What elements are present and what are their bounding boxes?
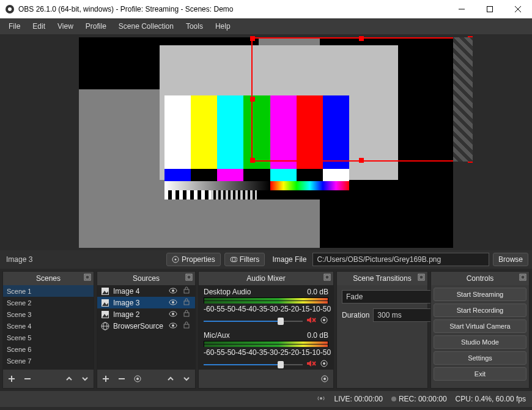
channel-settings-button[interactable] bbox=[320, 359, 328, 370]
level-meter bbox=[204, 341, 328, 347]
scene-up-button[interactable] bbox=[64, 374, 74, 384]
svg-marker-50 bbox=[307, 360, 311, 367]
scenes-list[interactable]: Scene 1Scene 2Scene 3Scene 4Scene 5Scene… bbox=[3, 285, 94, 370]
filters-label: Filters bbox=[240, 255, 260, 264]
image-icon bbox=[101, 310, 109, 319]
scene-down-button[interactable] bbox=[80, 374, 90, 384]
transitions-title: Scene Transitions bbox=[353, 274, 411, 283]
visibility-toggle[interactable] bbox=[168, 310, 178, 319]
add-source-button[interactable] bbox=[101, 374, 111, 384]
control-start-streaming-button[interactable]: Start Streaming bbox=[434, 288, 526, 301]
add-scene-button[interactable] bbox=[7, 374, 17, 384]
source-up-button[interactable] bbox=[166, 374, 175, 384]
minimize-button[interactable] bbox=[448, 0, 476, 18]
source-name: BrowserSource bbox=[113, 322, 164, 330]
source-name: Image 3 bbox=[113, 299, 164, 307]
lock-toggle[interactable] bbox=[182, 310, 191, 319]
channel-level: 0.0 dB bbox=[307, 288, 328, 296]
control-settings-button[interactable]: Settings bbox=[434, 351, 526, 365]
lock-toggle[interactable] bbox=[182, 321, 191, 330]
visibility-toggle[interactable] bbox=[168, 287, 178, 296]
scene-item[interactable]: Scene 2 bbox=[3, 297, 94, 308]
undock-icon[interactable] bbox=[84, 274, 91, 281]
gear-icon bbox=[133, 375, 142, 383]
sources-list[interactable]: Image 4Image 3Image 2BrowserSource bbox=[97, 285, 195, 370]
control-start-recording-button[interactable]: Start Recording bbox=[434, 304, 526, 317]
image-file-input[interactable] bbox=[312, 253, 489, 266]
globe-icon bbox=[101, 322, 109, 330]
mixer-channel: Mic/Aux0.0 dB-60-55-50-45-40-35-30-25-20… bbox=[199, 329, 333, 370]
visibility-toggle[interactable] bbox=[168, 299, 178, 307]
controls-header: Controls bbox=[431, 272, 529, 285]
undock-icon[interactable] bbox=[185, 274, 193, 281]
menu-view[interactable]: View bbox=[51, 20, 79, 33]
control-studio-mode-button[interactable]: Studio Mode bbox=[434, 335, 526, 349]
menu-help[interactable]: Help bbox=[209, 20, 237, 33]
mixer-panel: Audio Mixer Desktop Audio0.0 dB-60-55-50… bbox=[198, 271, 334, 389]
menu-profile[interactable]: Profile bbox=[79, 20, 113, 33]
selection-outline[interactable] bbox=[251, 37, 471, 162]
status-bar: LIVE: 00:00:00 REC: 00:00:00 CPU: 0.4%, … bbox=[0, 391, 532, 407]
lock-toggle[interactable] bbox=[182, 298, 191, 307]
dock-row: Scenes Scene 1Scene 2Scene 3Scene 4Scene… bbox=[0, 269, 532, 391]
lock-toggle[interactable] bbox=[182, 286, 191, 296]
close-button[interactable] bbox=[504, 0, 532, 18]
remove-source-button[interactable] bbox=[117, 374, 127, 384]
menu-scene-collection[interactable]: Scene Collection bbox=[113, 20, 180, 33]
svg-rect-31 bbox=[184, 313, 189, 316]
scene-item[interactable]: Scene 4 bbox=[3, 320, 94, 332]
svg-point-42 bbox=[136, 378, 139, 380]
mixer-footer bbox=[199, 370, 333, 388]
mute-button[interactable] bbox=[306, 359, 316, 370]
mute-button[interactable] bbox=[306, 316, 316, 326]
duration-label: Duration bbox=[342, 311, 369, 319]
scene-item[interactable]: Scene 6 bbox=[3, 343, 94, 355]
source-settings-button[interactable] bbox=[133, 374, 142, 384]
transitions-header: Scene Transitions bbox=[337, 272, 427, 285]
transition-select[interactable] bbox=[342, 290, 442, 304]
control-start-virtual-camera-button[interactable]: Start Virtual Camera bbox=[434, 319, 526, 333]
source-item[interactable]: Image 3 bbox=[97, 297, 195, 308]
visibility-toggle[interactable] bbox=[168, 322, 178, 330]
scene-item[interactable]: Scene 5 bbox=[3, 332, 94, 343]
svg-rect-58 bbox=[419, 275, 423, 279]
svg-point-30 bbox=[172, 313, 174, 315]
scene-item[interactable]: Scene 3 bbox=[3, 308, 94, 320]
volume-slider[interactable] bbox=[204, 319, 303, 323]
channel-settings-button[interactable] bbox=[320, 316, 328, 326]
scene-item[interactable]: Scene 1 bbox=[3, 285, 94, 297]
browse-button[interactable]: Browse bbox=[493, 253, 528, 266]
maximize-button[interactable] bbox=[476, 0, 504, 18]
controls-title: Controls bbox=[467, 274, 494, 283]
svg-marker-45 bbox=[307, 317, 311, 323]
meter-ticks: -60-55-50-45-40-35-30-25-20-15-10-50 bbox=[204, 305, 328, 313]
scene-item[interactable]: Scene 7 bbox=[3, 355, 94, 367]
mixer-settings-button[interactable] bbox=[320, 374, 330, 384]
svg-rect-11 bbox=[86, 275, 89, 279]
menu-file[interactable]: File bbox=[2, 20, 26, 33]
svg-point-56 bbox=[323, 378, 326, 380]
source-item[interactable]: Image 2 bbox=[97, 308, 195, 320]
menu-edit[interactable]: Edit bbox=[26, 20, 51, 33]
channel-level: 0.0 dB bbox=[307, 331, 328, 340]
undock-icon[interactable] bbox=[323, 274, 331, 281]
properties-button[interactable]: Properties bbox=[166, 253, 221, 266]
menu-tools[interactable]: Tools bbox=[180, 20, 209, 33]
svg-point-49 bbox=[323, 319, 325, 321]
control-exit-button[interactable]: Exit bbox=[434, 367, 526, 381]
level-meter bbox=[204, 297, 328, 304]
source-item[interactable]: Image 4 bbox=[97, 285, 195, 297]
mixer-body: Desktop Audio0.0 dB-60-55-50-45-40-35-30… bbox=[199, 285, 333, 370]
filters-button[interactable]: Filters bbox=[224, 253, 265, 266]
svg-rect-3 bbox=[487, 7, 493, 12]
undock-icon[interactable] bbox=[418, 274, 425, 281]
scenes-header: Scenes bbox=[3, 272, 94, 285]
transitions-panel: Scene Transitions ▴▾ Duration ▴▾ bbox=[336, 271, 428, 389]
volume-slider[interactable] bbox=[204, 363, 303, 367]
undock-icon[interactable] bbox=[519, 274, 526, 281]
mixer-title: Audio Mixer bbox=[246, 274, 285, 283]
source-item[interactable]: BrowserSource bbox=[97, 320, 195, 332]
source-down-button[interactable] bbox=[182, 374, 191, 384]
preview-canvas[interactable] bbox=[79, 37, 453, 248]
remove-scene-button[interactable] bbox=[23, 374, 32, 384]
